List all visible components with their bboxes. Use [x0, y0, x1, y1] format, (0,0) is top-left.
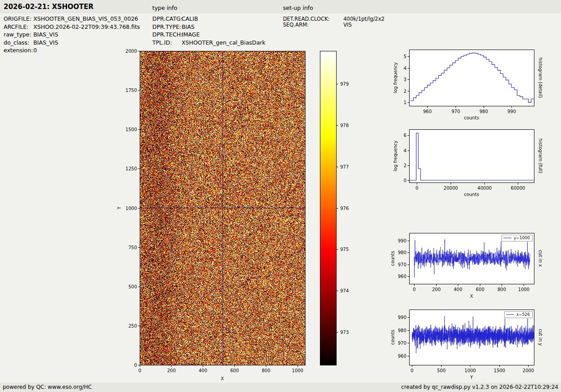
bias-image-plot — [113, 43, 356, 383]
field-value: IMAGE — [182, 31, 200, 38]
field-label: do_class: — [4, 39, 33, 46]
file-info-row: ORIGFILE:XSHOOTER_GEN_BIAS_VIS_053_0026 — [4, 15, 140, 23]
cut-in-x-plot — [379, 225, 561, 315]
field-label: SEQ.ARM: — [283, 22, 343, 28]
field-value: 400k/1pt/lg/2x2 — [343, 16, 384, 22]
field-label: DPR.TECH: — [152, 31, 182, 38]
setup-info-block: DET.READ.CLOCK:400k/1pt/lg/2x2 SEQ.ARM:V… — [283, 16, 384, 27]
field-value: CALIB — [182, 15, 198, 22]
type-info-row: DPR.CATG:CALIB — [152, 15, 265, 23]
field-label: ORIGFILE: — [4, 15, 33, 22]
histogram-full-plot — [379, 122, 561, 207]
field-value: 0 — [33, 47, 37, 54]
footer-right-text: created by qc_rawdisp.py v1.2.3 on 2026-… — [401, 384, 558, 390]
setup-info-row: DET.READ.CLOCK:400k/1pt/lg/2x2 — [283, 16, 384, 22]
field-value: BIAS — [182, 23, 195, 30]
file-info-row: ARCFILE:XSHOO.2026-02-22T09:39:43.768.fi… — [4, 23, 140, 32]
type-info-header: type info — [152, 5, 177, 11]
field-value: BIAS_VIS — [33, 39, 58, 46]
type-info-row: DPR.TECH:IMAGE — [152, 31, 265, 39]
histogram-detail-plot — [379, 43, 561, 126]
header-bar: 2026-02-21: XSHOOTER type info set-up in… — [0, 0, 561, 14]
field-value: BIAS_VIS — [33, 31, 58, 38]
field-value: XSHOOTER_GEN_BIAS_VIS_053_0026 — [33, 15, 138, 22]
setup-info-row: SEQ.ARM:VIS — [283, 22, 384, 27]
field-label: raw_type: — [4, 31, 33, 38]
field-value: XSHOO.2026-02-22T09:39:43.768.fits — [33, 23, 140, 30]
field-label: DPR.CATG: — [152, 15, 182, 22]
field-label: DET.READ.CLOCK: — [283, 16, 343, 22]
type-info-row: DPR.TYPE:BIAS — [152, 23, 265, 32]
type-info-block: DPR.CATG:CALIB DPR.TYPE:BIAS DPR.TECH:IM… — [152, 15, 265, 47]
field-label: extension: — [4, 47, 33, 54]
footer-left-text: powered by QC: www.eso.org/HC — [3, 384, 92, 390]
field-label: ARCFILE: — [4, 23, 33, 30]
setup-info-header: set-up info — [283, 5, 313, 11]
file-info-row: raw_type:BIAS_VIS — [4, 31, 140, 39]
field-label: DPR.TYPE: — [152, 23, 182, 30]
footer-bar: powered by QC: www.eso.org/HC created by… — [0, 383, 561, 392]
page-title: 2026-02-21: XSHOOTER — [4, 3, 94, 11]
cut-in-y-plot — [379, 303, 561, 383]
field-value: VIS — [343, 22, 352, 28]
